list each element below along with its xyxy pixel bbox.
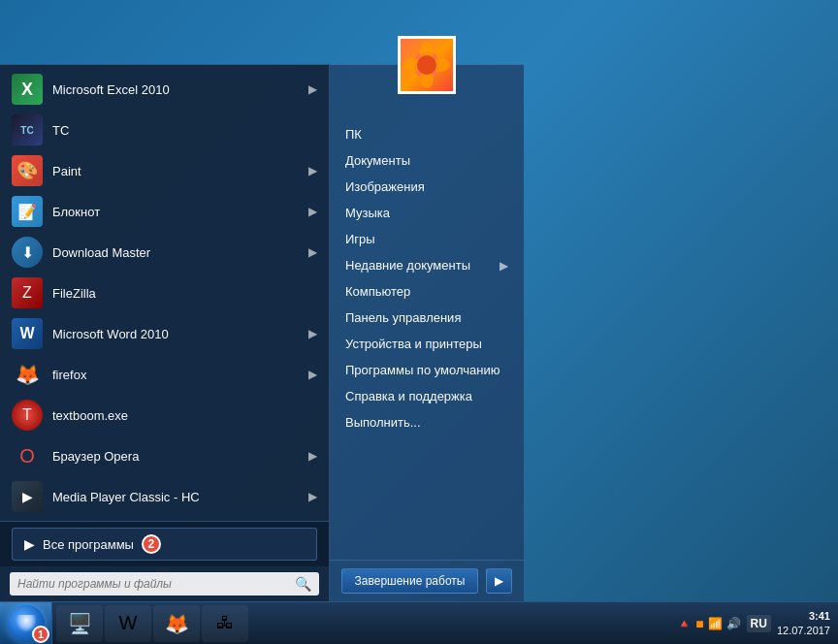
app-label-opera: Браузер Opera	[52, 449, 139, 464]
desktop: X Microsoft Excel 2010 ▶ TC TC 🎨 Paint ▶…	[0, 0, 838, 644]
app-icon-textboom: T	[12, 400, 43, 431]
right-menu-bottom: Завершение работы ▶	[330, 560, 524, 601]
right-item-games[interactable]: Игры	[330, 226, 524, 252]
right-item-control[interactable]: Панель управления	[330, 305, 524, 331]
svg-point-5	[417, 55, 436, 75]
right-item-label-devices: Устройства и принтеры	[345, 337, 482, 351]
taskbar-item-firefox[interactable]: 🦊	[153, 605, 200, 642]
tray-icons: 🔺 ■ 📶 🔊	[677, 616, 740, 631]
app-item-paint[interactable]: 🎨 Paint ▶	[0, 150, 329, 191]
app-item-textboom[interactable]: T textboom.exe	[0, 395, 329, 435]
all-programs-label: Все программы	[43, 537, 134, 552]
app-item-dm[interactable]: ⬇ Download Master ▶	[0, 232, 329, 273]
badge-2: 2	[142, 534, 161, 554]
right-item-defaults[interactable]: Программы по умолчанию	[330, 357, 524, 383]
right-item-recent[interactable]: Недавние документы ▶	[330, 252, 524, 278]
taskbar-item-network[interactable]: 🖧	[202, 605, 248, 642]
app-item-notepad[interactable]: 📝 Блокнот ▶	[0, 191, 329, 232]
app-item-word[interactable]: W Microsoft Word 2010 ▶	[0, 313, 329, 354]
system-tray: 🔺 ■ 📶 🔊 RU 3:41 12.07.2017	[669, 602, 838, 644]
app-label-word: Microsoft Word 2010	[52, 327, 169, 341]
right-item-docs[interactable]: Документы	[330, 147, 524, 174]
app-list: X Microsoft Excel 2010 ▶ TC TC 🎨 Paint ▶…	[0, 65, 329, 522]
app-icon-opera: O	[12, 440, 43, 471]
right-item-computer[interactable]: Компьютер	[330, 278, 524, 305]
app-icon-notepad: 📝	[12, 196, 43, 227]
taskbar-item-explorer[interactable]: 🖥️	[56, 605, 103, 642]
right-item-devices[interactable]: Устройства и принтеры	[330, 331, 524, 357]
submenu-arrow: ▶	[308, 82, 317, 96]
tray-icon-1: 🔺	[677, 617, 692, 630]
right-item-label-computer: Компьютер	[345, 284, 410, 299]
right-item-label-help: Справка и поддержка	[345, 389, 472, 403]
app-label-paint: Paint	[52, 164, 81, 178]
clock-date: 12.07.2017	[777, 624, 830, 637]
arrow-icon: ▶	[24, 536, 35, 552]
app-icon-excel: X	[12, 74, 43, 105]
app-label-dm: Download Master	[52, 245, 150, 260]
search-bar[interactable]: 🔍	[10, 572, 319, 596]
tray-icon-orange: ■	[695, 616, 703, 631]
app-icon-paint: 🎨	[12, 155, 43, 186]
clock[interactable]: 3:41 12.07.2017	[777, 609, 830, 637]
explorer-icon: 🖥️	[68, 612, 92, 635]
all-programs-button[interactable]: ▶ Все программы 2	[12, 528, 317, 561]
app-label-tc: TC	[52, 123, 69, 138]
shutdown-button[interactable]: Завершение работы	[341, 568, 478, 594]
clock-time: 3:41	[777, 609, 830, 623]
app-item-opera[interactable]: O Браузер Opera ▶	[0, 435, 329, 476]
app-label-textboom: textboom.exe	[52, 408, 128, 423]
right-item-label-control: Панель управления	[345, 310, 461, 325]
app-icon-dm: ⬇	[12, 237, 43, 268]
submenu-arrow: ▶	[308, 164, 317, 177]
app-item-filezilla[interactable]: Z FileZilla	[0, 273, 329, 313]
right-menu-items: ПК Документы Изображения Музыка Игры Нед…	[330, 113, 524, 560]
app-label-excel: Microsoft Excel 2010	[52, 82, 170, 97]
shutdown-arrow-button[interactable]: ▶	[486, 568, 512, 594]
submenu-arrow: ▶	[308, 490, 317, 503]
submenu-arrow: ▶	[308, 449, 317, 463]
right-item-arrow: ▶	[500, 259, 508, 273]
app-label-filezilla: FileZilla	[52, 286, 96, 301]
search-input[interactable]	[17, 577, 295, 591]
user-avatar	[398, 36, 456, 94]
right-item-label-music: Музыка	[345, 206, 390, 220]
search-button[interactable]: 🔍	[295, 576, 311, 592]
right-item-images[interactable]: Изображения	[330, 174, 524, 200]
app-item-tc[interactable]: TC TC	[0, 110, 329, 150]
app-label-notepad: Блокнот	[52, 205, 100, 219]
taskbar: 1 🖥️ W 🦊 🖧 🔺 ■ 📶 🔊 RU	[0, 601, 838, 644]
app-item-firefox[interactable]: 🦊 firefox ▶	[0, 354, 329, 395]
app-item-excel[interactable]: X Microsoft Excel 2010 ▶	[0, 69, 329, 110]
app-item-mpc[interactable]: ▶ Media Player Classic - HC ▶	[0, 476, 329, 517]
app-label-firefox: firefox	[52, 368, 86, 382]
right-item-help[interactable]: Справка и поддержка	[330, 383, 524, 409]
avatar-image	[401, 39, 453, 91]
start-menu-bottom: ▶ Все программы 2	[0, 522, 329, 566]
right-item-music[interactable]: Музыка	[330, 200, 524, 226]
right-item-label-defaults: Программы по умолчанию	[345, 363, 500, 377]
word-icon: W	[119, 612, 138, 634]
app-icon-firefox: 🦊	[12, 359, 43, 390]
start-menu-right-panel: ПК Документы Изображения Музыка Игры Нед…	[330, 64, 524, 601]
app-icon-word: W	[12, 318, 43, 349]
submenu-arrow: ▶	[308, 368, 317, 381]
app-icon-tc: TC	[12, 114, 43, 145]
start-button[interactable]: 1	[0, 602, 52, 645]
app-icon-mpc: ▶	[12, 481, 43, 512]
submenu-arrow: ▶	[308, 327, 317, 340]
language-indicator[interactable]: RU	[747, 615, 771, 632]
network-icon: 🖧	[216, 613, 234, 633]
taskbar-item-word[interactable]: W	[105, 605, 151, 642]
right-item-label-run: Выполнить...	[345, 415, 421, 430]
tray-icon-signal: 📶	[708, 617, 723, 630]
right-item-label-docs: Документы	[345, 153, 410, 168]
app-icon-filezilla: Z	[12, 277, 43, 308]
right-item-label-recent: Недавние документы	[345, 258, 470, 273]
firefox-icon: 🦊	[165, 612, 189, 635]
app-label-mpc: Media Player Classic - HC	[52, 490, 200, 504]
right-item-label-images: Изображения	[345, 179, 425, 194]
right-item-run[interactable]: Выполнить...	[330, 409, 524, 435]
taskbar-items: 🖥️ W 🦊 🖧	[52, 602, 252, 644]
right-item-pk[interactable]: ПК	[330, 121, 524, 147]
